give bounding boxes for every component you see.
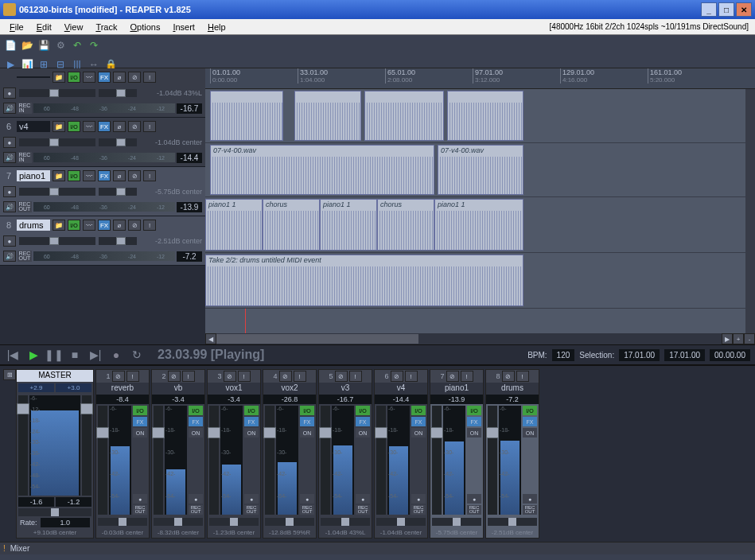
channel-fx-button[interactable]: FX <box>244 417 259 426</box>
channel-mute-button[interactable]: ⊘ <box>168 371 181 382</box>
track-env-button[interactable]: 〰 <box>83 121 95 132</box>
channel-name[interactable]: piano1 <box>430 383 483 395</box>
track-recmode-button[interactable]: RECOUT <box>18 251 32 262</box>
master-fader-left[interactable] <box>18 395 28 496</box>
channel-rec-button[interactable]: ● <box>356 494 370 504</box>
track-folder-icon[interactable]: 📁 <box>53 170 65 181</box>
channel-fx-on-button[interactable]: ON <box>300 428 314 438</box>
track-recarm-button[interactable]: ● <box>3 88 16 99</box>
track-phase-button[interactable]: ø <box>113 170 126 181</box>
channel-solo-button[interactable]: ! <box>461 371 473 382</box>
channel-rec-button[interactable]: ● <box>467 494 481 504</box>
bpm-field[interactable]: 120 <box>552 349 575 361</box>
scroll-thumb[interactable] <box>216 334 418 344</box>
channel-mute-button[interactable]: ⊘ <box>112 371 125 382</box>
track-io-button[interactable]: I/O <box>68 72 80 83</box>
channel-fx-button[interactable]: FX <box>300 417 314 426</box>
track-lane[interactable]: 07-v4-00.wav07-v4-00.wav <box>205 143 745 197</box>
track-header[interactable]: 7piano1📁I/O〰FXø⊘!●-5.75dB center🔊RECOUT6… <box>0 167 205 216</box>
track-pan-knob[interactable] <box>99 237 137 245</box>
track-env-button[interactable]: 〰 <box>83 72 95 83</box>
track-recarm-button[interactable]: ● <box>3 235 16 247</box>
track-pan-knob[interactable] <box>99 188 137 196</box>
track-lane[interactable] <box>205 89 745 143</box>
channel-fx-button[interactable]: FX <box>523 417 537 426</box>
mixer-channel[interactable]: 5⊘!v3-16.7-6--18--30--42--54-I/OFXON●REC… <box>318 369 372 539</box>
channel-pan[interactable] <box>98 518 147 526</box>
stop-button[interactable]: ■ <box>67 348 83 362</box>
channel-recmode-button[interactable]: RECOUT <box>356 505 370 515</box>
track-name-field[interactable] <box>17 76 50 78</box>
channel-solo-button[interactable]: ! <box>294 371 306 382</box>
channel-rec-button[interactable]: ● <box>300 494 314 504</box>
channel-solo-button[interactable]: ! <box>126 371 139 382</box>
mixer-channel[interactable]: 3⊘!vox1-3.4-6--18--30--42--54-I/OFXON●RE… <box>207 369 261 539</box>
track-header[interactable]: 6v4📁I/O〰FXø⊘!●-1.04dB center🔊RECIN60-48-… <box>0 118 205 167</box>
track-env-button[interactable]: 〰 <box>83 220 95 231</box>
record-button[interactable]: ● <box>108 348 124 362</box>
track-volume-fader[interactable] <box>19 188 95 196</box>
close-button[interactable]: ✕ <box>736 2 752 17</box>
track-fx-button[interactable]: FX <box>98 220 111 231</box>
channel-rec-button[interactable]: ● <box>411 494 426 504</box>
mixer-channel[interactable]: 4⊘!vox2-26.8-6--18--30--42--54-I/OFXON●R… <box>263 369 317 539</box>
new-project-icon[interactable]: 📄 <box>3 38 18 52</box>
channel-pan[interactable] <box>376 518 426 526</box>
track-name-field[interactable]: piano1 <box>17 170 50 181</box>
track-mute-button[interactable]: ⊘ <box>128 220 141 231</box>
channel-fader[interactable] <box>154 406 163 515</box>
media-clip[interactable]: piano1 1 <box>320 199 377 251</box>
track-recarm-button[interactable]: ● <box>3 137 16 148</box>
menu-view[interactable]: View <box>58 21 90 33</box>
menu-help[interactable]: Help <box>201 21 232 33</box>
channel-pan[interactable] <box>321 518 370 526</box>
channel-pan[interactable] <box>432 518 481 526</box>
channel-solo-button[interactable]: ! <box>238 371 251 382</box>
maximize-button[interactable]: □ <box>718 2 734 17</box>
channel-fx-button[interactable]: FX <box>133 417 147 426</box>
track-name-field[interactable]: drums <box>17 220 50 231</box>
zoom-in-button[interactable]: + <box>733 333 744 344</box>
master-fader-right[interactable] <box>82 395 91 496</box>
minimize-button[interactable]: _ <box>701 2 717 17</box>
channel-name[interactable]: vox1 <box>208 383 260 395</box>
channel-mute-button[interactable]: ⊘ <box>391 371 403 382</box>
channel-fader[interactable] <box>209 406 219 515</box>
track-mute-button[interactable]: ⊘ <box>128 121 141 132</box>
scroll-right-button[interactable]: ▶ <box>722 333 733 344</box>
media-clip[interactable]: 07-v4-00.wav <box>210 145 434 195</box>
track-phase-button[interactable]: ø <box>113 72 126 83</box>
track-recmode-button[interactable]: RECIN <box>18 152 32 163</box>
channel-pan[interactable] <box>209 518 259 526</box>
track-mute-button[interactable]: ⊘ <box>128 72 141 83</box>
channel-fader[interactable] <box>321 406 330 515</box>
channel-pan[interactable] <box>265 518 314 526</box>
media-clip[interactable]: chorus <box>377 199 434 251</box>
track-recarm-button[interactable]: ● <box>3 186 16 197</box>
track-header[interactable]: 8drums📁I/O〰FXø⊘!●-2.51dB center🔊RECOUT60… <box>0 216 205 266</box>
pause-button[interactable]: ❚❚ <box>46 348 62 362</box>
vertical-scrollbar[interactable] <box>745 89 755 333</box>
channel-name[interactable]: v3 <box>319 383 372 395</box>
mixer-tab[interactable]: Mixer <box>10 544 29 553</box>
media-clip[interactable] <box>210 91 283 141</box>
channel-fader[interactable] <box>98 406 107 515</box>
mixer-channel[interactable]: 8⊘!drums-7.2-6--18--30--42--54-I/OFXON●R… <box>485 369 539 539</box>
channel-solo-button[interactable]: ! <box>405 371 418 382</box>
channel-name[interactable]: drums <box>486 383 539 395</box>
media-clip[interactable]: Take 2/2: drums untitled MIDI event <box>205 255 523 306</box>
channel-rec-button[interactable]: ● <box>189 494 203 504</box>
track-lane[interactable]: Take 2/2: drums untitled MIDI event <box>205 253 745 309</box>
channel-fader[interactable] <box>432 406 442 515</box>
selection-start-field[interactable]: 17.01.00 <box>619 349 660 361</box>
track-io-button[interactable]: I/O <box>68 220 80 231</box>
timeline-ruler[interactable]: 01.01.000:00.00033.01.001:04.00065.01.00… <box>205 68 755 89</box>
transport-time[interactable]: 23.03.99 [Playing] <box>158 348 264 362</box>
track-recmode-button[interactable]: RECOUT <box>18 201 32 212</box>
track-io-button[interactable]: I/O <box>68 121 80 132</box>
channel-solo-button[interactable]: ! <box>182 371 195 382</box>
media-clip[interactable]: chorus <box>263 199 320 251</box>
track-volume-fader[interactable] <box>19 89 95 97</box>
track-volume-fader[interactable] <box>19 237 95 245</box>
track-pan-knob[interactable] <box>99 138 137 146</box>
